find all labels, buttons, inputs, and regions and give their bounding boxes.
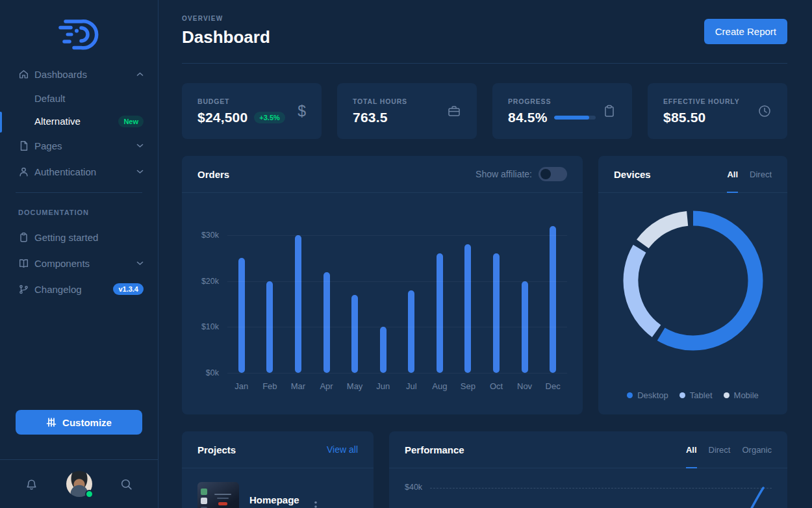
change-badge: +3.5%	[254, 112, 285, 123]
bar-cell	[539, 226, 567, 373]
kebab-menu-icon[interactable]	[314, 501, 317, 508]
bell-icon[interactable]	[25, 477, 38, 491]
sidebar-footer	[0, 459, 158, 508]
sidebar-docs-nav: Getting started Components Changelog v1.…	[0, 224, 158, 302]
file-icon	[18, 140, 30, 151]
progress-bar	[554, 116, 596, 120]
chevron-up-icon	[136, 72, 144, 77]
performance-card: Performance AllDirectOrganic $40k	[389, 431, 787, 508]
chevron-down-icon	[136, 144, 144, 148]
sidebar-nav: Dashboards Default Alternative New Pages	[0, 61, 158, 184]
customize-button[interactable]: Customize	[16, 410, 142, 435]
bar-cell	[284, 235, 312, 373]
bottom-row: Projects View all Homepage Redesign	[182, 431, 787, 508]
stat-value: $24,500	[197, 110, 247, 125]
sidebar: Dashboards Default Alternative New Pages	[0, 0, 159, 508]
donut-chart	[623, 210, 763, 351]
performance-tab-all[interactable]: All	[686, 431, 697, 468]
customize-button-label: Customize	[62, 417, 112, 428]
performance-line-chart: $40k	[389, 468, 787, 508]
legend-dot	[679, 392, 685, 398]
dollar-icon: $	[298, 103, 306, 120]
performance-tab-direct[interactable]: Direct	[709, 431, 731, 468]
view-all-link[interactable]: View all	[327, 444, 358, 455]
page-pretitle: OVERVIEW	[182, 15, 270, 22]
sidebar-item-changelog[interactable]: Changelog v1.3.4	[0, 276, 158, 302]
legend-dot	[724, 392, 730, 398]
y-axis-tick: $20k	[182, 277, 219, 286]
x-axis-label: Jun	[369, 381, 398, 391]
search-icon[interactable]	[120, 477, 133, 491]
bar-cell	[369, 327, 398, 373]
version-badge: v1.3.4	[113, 283, 144, 295]
stats-row: BUDGET $24,500 +3.5% $ TOTAL HOURS 763.5	[182, 83, 787, 139]
sidebar-item-pages[interactable]: Pages	[0, 133, 158, 159]
devices-tab-all[interactable]: All	[727, 156, 738, 192]
clock-icon	[757, 104, 772, 118]
dashkit-logo-icon	[58, 17, 101, 52]
charts-row: Orders Show affiliate: JanFebMarAprMayJu…	[182, 156, 787, 414]
order-bar-mar	[295, 235, 301, 373]
order-bar-aug	[437, 253, 443, 373]
bar-cell	[397, 290, 425, 373]
order-bar-dec	[550, 226, 556, 373]
bar-cell	[454, 244, 483, 373]
sidebar-divider	[16, 192, 142, 193]
bar-cell	[425, 253, 454, 373]
x-axis-label: Dec	[539, 381, 567, 391]
bar-cell	[482, 253, 511, 373]
order-bar-jun	[380, 327, 387, 373]
sidebar-item-components[interactable]: Components	[0, 250, 158, 276]
avatar[interactable]	[66, 471, 92, 497]
y-axis-tick: $10k	[182, 322, 219, 331]
legend-item-desktop: Desktop	[627, 390, 668, 400]
sliders-icon	[46, 417, 57, 427]
bar-cell	[227, 258, 256, 373]
chevron-down-icon	[136, 170, 144, 174]
x-axis-label: Feb	[256, 381, 285, 391]
stat-card-effective-hourly: EFFECTIVE HOURLY $85.50	[648, 83, 787, 139]
x-axis-label: Nov	[511, 381, 539, 391]
sidebar-item-dashboards[interactable]: Dashboards	[0, 61, 158, 87]
sidebar-item-default[interactable]: Default	[0, 87, 158, 110]
performance-tab-organic[interactable]: Organic	[742, 431, 772, 468]
devices-tab-direct[interactable]: Direct	[750, 156, 772, 192]
performance-title: Performance	[405, 444, 464, 455]
legend-item-mobile: Mobile	[724, 390, 759, 400]
chevron-down-icon	[136, 261, 144, 266]
sidebar-item-getting-started[interactable]: Getting started	[0, 224, 158, 250]
home-icon	[18, 68, 30, 80]
x-axis-label: Oct	[482, 381, 511, 391]
gridline	[227, 373, 567, 374]
book-icon	[18, 257, 30, 269]
x-axis-label: Aug	[425, 381, 454, 391]
projects-title: Projects	[197, 444, 236, 455]
devices-donut-chart: DesktopTabletMobile	[598, 193, 787, 414]
affiliate-toggle[interactable]	[539, 167, 567, 181]
order-bar-oct	[493, 253, 500, 373]
create-report-button[interactable]: Create Report	[704, 19, 787, 44]
x-axis-label: Mar	[284, 381, 312, 391]
clipboard-icon	[18, 231, 30, 243]
order-bar-sep	[464, 244, 471, 373]
stat-label: EFFECTIVE HOURLY	[663, 97, 739, 105]
performance-line	[748, 486, 765, 508]
legend-item-tablet: Tablet	[679, 390, 713, 400]
toggle-knob	[540, 169, 551, 179]
online-status-dot	[85, 490, 94, 498]
sidebar-item-label: Dashboards	[34, 69, 136, 80]
bar-cell	[312, 272, 341, 373]
sidebar-item-authentication[interactable]: Authentication	[0, 159, 158, 184]
bars-container	[227, 193, 567, 373]
project-title: Homepage Redesign	[249, 494, 314, 508]
stat-value: $85.50	[663, 110, 705, 125]
app-logo[interactable]	[0, 0, 158, 52]
x-axis-label: Apr	[312, 381, 341, 391]
devices-legend: DesktopTabletMobile	[598, 390, 787, 400]
x-axis-label: Jan	[227, 381, 256, 391]
project-list-item[interactable]: Homepage Redesign	[182, 468, 374, 508]
performance-tabs: AllDirectOrganic	[686, 431, 772, 468]
sidebar-item-alternative[interactable]: Alternative New	[0, 110, 158, 133]
order-bar-may	[351, 295, 358, 373]
y-axis-tick: $40k	[405, 483, 422, 492]
